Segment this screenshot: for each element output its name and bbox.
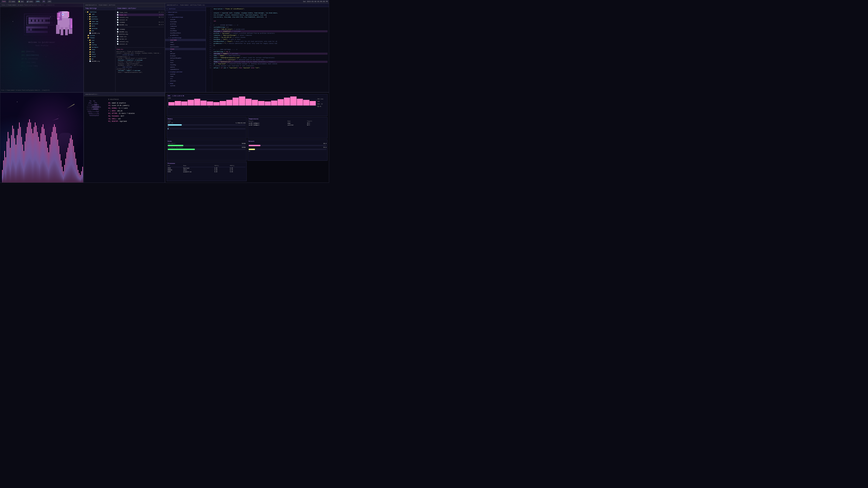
viz-bar xyxy=(53,127,54,183)
tree-hardware[interactable]: 📁 hardware xyxy=(84,46,115,48)
viz-bar xyxy=(66,152,67,183)
q5-cpu-bars: 100% 0s 0% xyxy=(168,97,316,108)
tree-systemsettings[interactable]: ▾ ⚙ systemSettings xyxy=(165,16,206,18)
tree-worklab[interactable]: 📁 worklab xyxy=(84,28,115,30)
tree-bootmode[interactable]: bootMode xyxy=(165,30,206,32)
q3-path: emmet@snowfire: /home/emmet/.dotfiles/fl… xyxy=(166,4,205,6)
tree-readme[interactable]: 📄 README.org xyxy=(84,32,115,35)
tree-editor[interactable]: editor xyxy=(165,66,206,68)
tree-work[interactable]: 📁 work xyxy=(84,25,115,27)
tree-git[interactable]: ▸ 📁 .git xyxy=(84,13,115,15)
file-row[interactable]: 📄 install.org xyxy=(116,40,164,43)
file-row[interactable]: 📄 LICENSE34.2 K xyxy=(116,21,164,24)
q1-menu-quickmarks[interactable]: [b] [Quickmarks] xyxy=(22,53,62,57)
tree-wmtype[interactable]: wmType xyxy=(165,53,206,55)
tree-profile[interactable]: profile xyxy=(165,23,206,25)
tree-defaultroamdir[interactable]: defaultRoamDir xyxy=(165,57,206,59)
tree-bootmountpath[interactable]: bootMountPath xyxy=(165,32,206,34)
tree-pkgs[interactable]: ▾ pkgs xyxy=(165,82,206,85)
tree-system[interactable]: 📁 system xyxy=(84,35,115,37)
q5-cpu-stats: CPU like 11% AVG: 13 ⬛ 0% xyxy=(317,98,327,108)
viz-bar xyxy=(62,167,63,183)
file-row[interactable]: 📄 install.sh xyxy=(116,43,164,45)
tree-browser[interactable]: browser xyxy=(165,55,206,57)
tree-usersettings[interactable]: ▾ ⚙ userSettings xyxy=(165,36,206,39)
viz-bar xyxy=(55,127,56,183)
q1-url-status: file:///home/emmet/.browser/Tech/config/… xyxy=(1,90,50,91)
tree-homelab[interactable]: 📁 home lab xyxy=(84,21,115,23)
tree-user[interactable]: ▾ 📁 user xyxy=(84,39,115,41)
q4-topbar: emmet@snowfire:~ xyxy=(84,93,165,96)
tree-pkgs[interactable]: 📁 pkgs xyxy=(84,51,115,53)
tree-app[interactable]: 📁 app xyxy=(84,41,115,44)
viz-bar xyxy=(56,133,57,183)
q1-menu-search[interactable]: [o] [Search] xyxy=(22,50,62,53)
pixel-pony xyxy=(51,9,78,45)
file-row[interactable]: 📄 README.org40.8 K xyxy=(116,24,164,26)
tree-themes[interactable]: 📁 themes xyxy=(84,37,115,39)
tree-email[interactable]: email xyxy=(165,43,206,46)
tree-shell[interactable]: 📁 shell xyxy=(84,53,115,56)
tree-name[interactable]: name xyxy=(165,41,206,43)
tree-locale[interactable]: locale xyxy=(165,27,206,30)
datetime: Sat 2024-03-09 05:06:00 PM xyxy=(303,1,328,2)
tree-username[interactable]: username xyxy=(165,39,206,41)
tree-personal[interactable]: 📁 personal xyxy=(84,23,115,25)
q5-swap-bar-bg xyxy=(168,128,246,129)
tree-system[interactable]: system xyxy=(165,18,206,21)
file-row[interactable]: 📄 LICENSE xyxy=(116,28,164,31)
q1-menu-closetab[interactable]: [x] [Close tab] xyxy=(22,64,62,68)
file-row[interactable]: 📄 harden.sh xyxy=(116,38,164,40)
tree-style[interactable]: 📁 style xyxy=(84,56,115,58)
tree-timezone[interactable]: timezone xyxy=(165,25,206,27)
tree-hostname[interactable]: hostname xyxy=(165,21,206,23)
tree-wm[interactable]: wm xyxy=(165,50,206,53)
tree-dotfiles[interactable]: ▾ 📁 .dotfiles xyxy=(84,11,115,13)
tree-dotfilesdir[interactable]: dotfilesDir xyxy=(165,46,206,48)
q5-net-down-bar xyxy=(249,145,327,146)
tree-nx-patches[interactable]: patches xyxy=(165,80,206,82)
file-row[interactable]: 📄 README.org xyxy=(116,31,164,33)
tree-nx-system[interactable]: system xyxy=(165,73,206,75)
file-row[interactable]: 📄 install.org10.5 K xyxy=(116,16,164,19)
file-row[interactable]: 📄 flake.nix xyxy=(116,35,164,38)
viz-bar xyxy=(40,133,41,183)
tree-readme2[interactable]: 📄 README.org xyxy=(84,60,115,63)
q5-swap-bar-fill xyxy=(168,128,168,129)
tree-lang[interactable]: 📁 lang xyxy=(84,48,115,51)
file-row-selected[interactable]: 📄 flake.nix2.2 K xyxy=(116,13,164,16)
top-bar-right: Sat 2024-03-09 05:06:00 PM xyxy=(303,1,328,2)
tree-term[interactable]: term xyxy=(165,59,206,61)
tree-pkgs-system[interactable]: system xyxy=(165,85,206,87)
cpu-sparkline-bar xyxy=(239,96,245,105)
tree-nx-src[interactable]: src xyxy=(165,77,206,80)
file-row[interactable]: 📄 flake.lock27.5 K xyxy=(116,11,164,13)
tree-fontpkg[interactable]: fontPkg xyxy=(165,64,206,66)
tree-outputs[interactable]: ▾ outputs xyxy=(165,13,206,16)
tree-wm[interactable]: 📁 wm xyxy=(84,58,115,60)
tree-nixpkgs-patched[interactable]: ▾ nixpkgs-patched xyxy=(165,70,206,73)
tree-font[interactable]: font xyxy=(165,61,206,64)
tree-profiles[interactable]: ▾ 📁 profiles xyxy=(84,18,115,20)
q1-menu-history[interactable]: [S h] [History] xyxy=(22,57,62,61)
tree-description[interactable]: ▸ description xyxy=(165,11,206,13)
q1-menu-newtab[interactable]: [t] [New tab] xyxy=(22,61,62,64)
cpu-sparkline-bar xyxy=(200,101,207,105)
q3-line-numbers: 12345 678910 1112131415 1617181920 21222… xyxy=(206,7,212,92)
cpu-sparkline-bar xyxy=(278,99,284,105)
file-row[interactable]: 🖼 desktop.png xyxy=(116,33,164,35)
tree-spawneditor[interactable]: spawnEditor xyxy=(165,68,206,70)
tree-wsl[interactable]: 📁 wsl xyxy=(84,30,115,32)
tree-nx-name[interactable]: name xyxy=(165,75,206,77)
tree-config[interactable]: 📁 config xyxy=(84,44,115,46)
cpu-sparkline-bar xyxy=(265,101,271,105)
q5-temp-row-edge: card0 (amdgpu): edge 49°C xyxy=(249,123,327,124)
q5-disks-title: Disks xyxy=(168,140,246,142)
q5-proc-header: PID Name CPU(%) MEM(%) xyxy=(168,165,246,167)
file-row[interactable]: 📄 install.sh xyxy=(116,19,164,21)
tree-grubdevice[interactable]: grubDevice xyxy=(165,34,206,36)
tree-theme[interactable]: theme xyxy=(165,48,206,50)
q2-tree-header: Temp-Settings xyxy=(84,7,115,10)
viz-bar xyxy=(50,144,50,183)
tree-patches[interactable]: ▸ 📁 patches xyxy=(84,16,115,18)
